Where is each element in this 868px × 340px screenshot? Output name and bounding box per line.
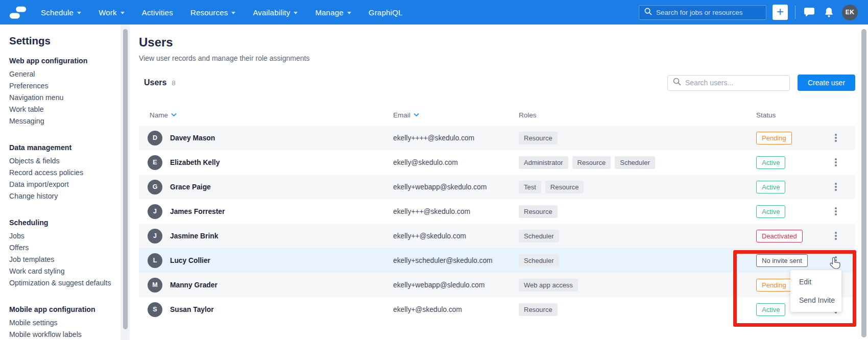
sidebar-item-objects-fields[interactable]: Objects & fields <box>9 155 120 167</box>
sidebar-item-jobs[interactable]: Jobs <box>9 230 120 242</box>
sidebar-item-mobile-settings[interactable]: Mobile settings <box>9 317 120 329</box>
user-name: Susan Taylor <box>170 306 214 313</box>
sidebar-item-optimization-suggest-defaults[interactable]: Optimization & suggest defaults <box>9 277 120 289</box>
list-label: Users <box>139 78 166 87</box>
kebab-menu-icon[interactable] <box>833 254 839 266</box>
sidebar-item-mobile-workflow-labels[interactable]: Mobile workflow labels <box>9 329 120 340</box>
nav-item-manage[interactable]: Manage <box>315 8 351 17</box>
menu-item-edit[interactable]: Edit <box>790 273 841 291</box>
global-search[interactable] <box>639 5 766 20</box>
column-header-roles[interactable]: Roles <box>519 111 756 119</box>
user-table-body: D Davey Mason ekelly++++@skedulo.com Res… <box>139 126 855 322</box>
sidebar-item-work-card-styling[interactable]: Work card styling <box>9 265 120 277</box>
chat-bubble-icon[interactable] <box>804 7 815 17</box>
skedulo-logo-icon[interactable] <box>8 4 28 21</box>
sidebar-scrollbar-thumb[interactable] <box>123 29 128 329</box>
users-toolbar: Users 8 Create user <box>139 75 855 91</box>
avatar: D <box>148 131 162 145</box>
chevron-down-icon <box>120 12 125 14</box>
status-badge: Pending <box>756 132 792 144</box>
user-roles: Resource <box>519 205 756 218</box>
page: ScheduleWorkActivitiesResourcesAvailabil… <box>0 0 868 340</box>
sidebar-item-general[interactable]: General <box>9 68 120 80</box>
nav-item-resources[interactable]: Resources <box>190 8 236 17</box>
sidebar-section: Web app configurationGeneralPreferencesN… <box>9 57 120 127</box>
user-email: ekelly+@skedulo.com <box>393 306 519 313</box>
sidebar-item-job-templates[interactable]: Job templates <box>9 254 120 265</box>
menu-item-send-invite[interactable]: Send Invite <box>790 291 841 309</box>
role-badge-resource: Resource <box>545 181 584 193</box>
kebab-menu-icon[interactable] <box>833 205 839 217</box>
nav-item-availability[interactable]: Availability <box>253 8 298 17</box>
table-row[interactable]: D Davey Mason ekelly++++@skedulo.com Res… <box>139 126 855 150</box>
column-header-status[interactable]: Status <box>756 111 832 119</box>
sidebar-item-work-table[interactable]: Work table <box>9 104 120 115</box>
sidebar-section: Data managementObjects & fieldsRecord ac… <box>9 143 120 202</box>
role-badge-web-app-access: Web app access <box>519 279 578 292</box>
user-name: Manny Grader <box>170 281 218 289</box>
nav-item-label: Activities <box>142 8 173 17</box>
table-row[interactable]: L Lucy Collier ekelly+scheduler@skedulo.… <box>139 248 855 273</box>
role-badge-resource: Resource <box>572 156 611 169</box>
role-badge-scheduler: Scheduler <box>615 156 655 169</box>
create-new-button[interactable]: + <box>773 5 788 20</box>
avatar: M <box>148 278 162 293</box>
chevron-down-icon <box>414 113 419 117</box>
column-header-name[interactable]: Name <box>139 111 393 119</box>
user-name: James Forrester <box>170 208 225 215</box>
page-title: Users <box>139 35 855 50</box>
column-header-email[interactable]: Email <box>393 111 519 119</box>
table-row[interactable]: E Elizabeth Kelly ekelly@skedulo.com Adm… <box>139 150 855 175</box>
sidebar-item-navigation-menu[interactable]: Navigation menu <box>9 92 120 104</box>
avatar: J <box>148 229 162 244</box>
global-search-input[interactable] <box>656 9 761 16</box>
sidebar-item-data-import-export[interactable]: Data import/export <box>9 179 120 190</box>
create-user-button[interactable]: Create user <box>798 75 855 91</box>
user-email: ekelly+webapp@sledulo.com <box>393 281 519 289</box>
kebab-menu-icon[interactable] <box>833 181 839 193</box>
sidebar-item-change-history[interactable]: Change history <box>9 190 120 202</box>
user-email: ekelly+scheduler@skedulo.com <box>393 257 519 264</box>
user-roles: TestResource <box>519 181 756 193</box>
nav-item-label: Schedule <box>41 8 74 17</box>
user-roles: Web app access <box>519 279 756 292</box>
user-search-input[interactable] <box>685 79 784 87</box>
sidebar-item-messaging[interactable]: Messaging <box>9 115 120 127</box>
nav-menu: ScheduleWorkActivitiesResourcesAvailabil… <box>41 8 402 17</box>
user-email: ekelly+webapp@skedulo.com <box>393 183 519 191</box>
status-badge: Active <box>756 181 785 193</box>
user-avatar-menu[interactable]: EK <box>842 5 858 20</box>
kebab-menu-icon[interactable] <box>833 156 839 168</box>
sidebar-item-record-access-policies[interactable]: Record access policies <box>9 167 120 179</box>
table-row[interactable]: G Grace Paige ekelly+webapp@skedulo.com … <box>139 175 855 199</box>
status-badge: Active <box>756 156 785 169</box>
sidebar-item-preferences[interactable]: Preferences <box>9 80 120 92</box>
table-row[interactable]: M Manny Grader ekelly+webapp@sledulo.com… <box>139 273 855 297</box>
bell-icon[interactable] <box>824 7 834 18</box>
avatar: S <box>148 302 162 317</box>
main-content: Users View user records and manage their… <box>139 25 855 322</box>
role-badge-administrator: Administrator <box>519 156 568 169</box>
chevron-down-icon <box>231 12 235 14</box>
user-name: Jasmine Brink <box>170 232 218 240</box>
kebab-menu-icon[interactable] <box>833 132 839 144</box>
page-subtitle: View user records and manage their role … <box>139 54 855 63</box>
status-badge: Pending <box>756 279 792 292</box>
table-header: Name Email Roles Status <box>139 100 855 126</box>
nav-item-schedule[interactable]: Schedule <box>41 8 81 17</box>
nav-item-work[interactable]: Work <box>99 8 125 17</box>
user-search[interactable] <box>667 75 790 91</box>
user-email: ekelly++++@skedulo.com <box>393 134 519 142</box>
table-row[interactable]: J Jasmine Brink ekelly++@skedulo.com Sch… <box>139 224 855 248</box>
table-row[interactable]: S Susan Taylor ekelly+@skedulo.com Resou… <box>139 297 855 322</box>
table-row[interactable]: J James Forrester ekelly+++@skedulo.com … <box>139 199 855 224</box>
sidebar-sections: Web app configurationGeneralPreferencesN… <box>9 57 120 340</box>
role-badge-scheduler: Scheduler <box>519 254 559 267</box>
nav-item-activities[interactable]: Activities <box>142 8 173 17</box>
nav-item-graphiql[interactable]: GraphiQL <box>369 8 403 17</box>
kebab-menu-icon[interactable] <box>833 230 839 242</box>
page-scrollbar-thumb[interactable] <box>861 29 866 337</box>
search-icon <box>673 78 681 88</box>
sidebar-item-offers[interactable]: Offers <box>9 242 120 254</box>
user-roles: Resource <box>519 132 756 144</box>
